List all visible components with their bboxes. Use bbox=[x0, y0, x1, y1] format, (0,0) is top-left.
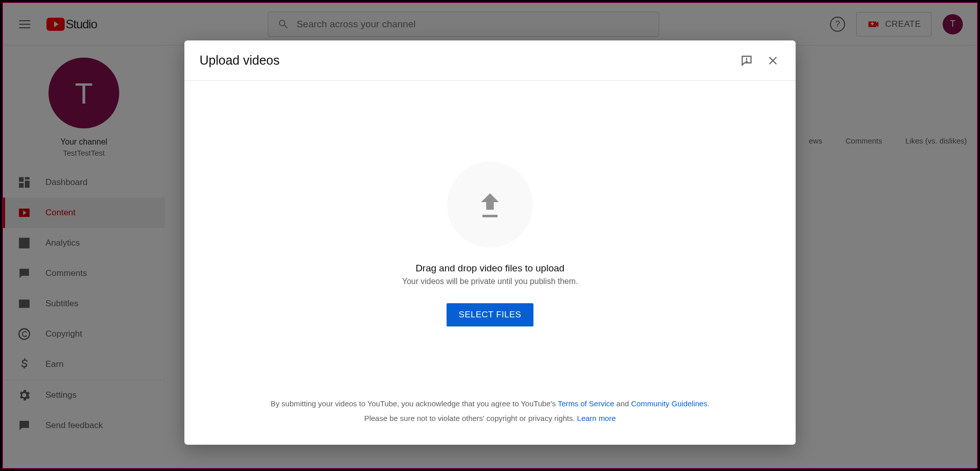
close-button[interactable] bbox=[765, 53, 780, 68]
footer-text: By submitting your videos to YouTube, yo… bbox=[271, 399, 558, 408]
close-icon bbox=[767, 55, 779, 67]
feedback-flag-icon bbox=[740, 54, 753, 67]
privacy-note-text: Your videos will be private until you pu… bbox=[402, 277, 578, 286]
upload-modal: Upload videos Drag and drop video files … bbox=[184, 40, 796, 445]
select-files-button[interactable]: SELECT FILES bbox=[447, 303, 533, 326]
upload-drop-zone[interactable] bbox=[447, 162, 533, 248]
learn-more-link[interactable]: Learn more bbox=[577, 414, 616, 422]
footer-text: and bbox=[614, 399, 631, 408]
drag-instruction-text: Drag and drop video files to upload bbox=[416, 263, 565, 274]
guidelines-link[interactable]: Community Guidelines bbox=[631, 399, 707, 408]
footer-text: . bbox=[707, 399, 709, 408]
modal-title: Upload videos bbox=[200, 53, 279, 68]
upload-arrow-icon bbox=[475, 190, 505, 220]
footer-text: Please be sure not to violate others' co… bbox=[364, 414, 577, 422]
modal-header: Upload videos bbox=[184, 40, 796, 81]
modal-footer: By submitting your videos to YouTube, yo… bbox=[184, 397, 796, 445]
svg-point-1 bbox=[746, 61, 747, 62]
modal-body[interactable]: Drag and drop video files to upload Your… bbox=[184, 81, 796, 397]
tos-link[interactable]: Terms of Service bbox=[558, 399, 614, 408]
app-frame: Studio ? CREATE T T Your channel TestTes… bbox=[3, 3, 977, 468]
send-feedback-button[interactable] bbox=[739, 53, 754, 68]
